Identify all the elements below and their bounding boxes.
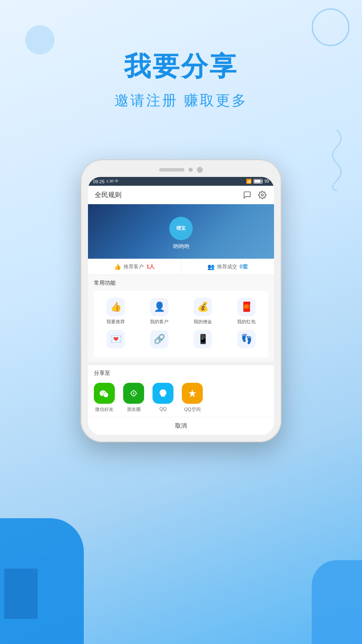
profile-banner: 哩宝 哟哟哟: [88, 204, 274, 259]
recommend-label: 我要推荐: [106, 319, 125, 325]
share-moments[interactable]: 朋友圈: [123, 383, 144, 413]
wechat-icon: [94, 383, 115, 404]
function-mail[interactable]: 💌: [99, 330, 132, 351]
share-wechat[interactable]: 微信好友: [94, 383, 115, 413]
phone-screen: 09:26 1.30 中 📶 99 全民规则: [88, 177, 274, 435]
stat-deal[interactable]: 👥 推荐成交 0套: [181, 259, 274, 275]
commission-label: 我的佣金: [194, 319, 212, 325]
qqzone-icon: [182, 383, 203, 404]
qr-icon: 📱: [194, 330, 212, 348]
commission-icon: 💰: [194, 298, 212, 316]
functions-section: 常用功能 👍 我要推荐 👤 我的客户 💰 我的佣金: [88, 275, 274, 362]
qqzone-label: QQ空间: [184, 406, 200, 413]
share-section: 分享至 微信好友: [88, 362, 274, 417]
battery-text: 99: [264, 179, 269, 184]
phone-mockup: 09:26 1.30 中 📶 99 全民规则: [80, 159, 282, 442]
avatar-text: 哩宝: [176, 226, 186, 231]
stat-recommend[interactable]: 👍 推荐客户 1人: [88, 259, 181, 275]
stat-recommend-value: 1人: [146, 263, 155, 270]
share-title: 分享至: [94, 369, 268, 377]
customers-label: 我的客户: [150, 319, 168, 325]
bg-blue-shape-right: [312, 560, 362, 644]
battery-fill: [254, 180, 261, 183]
function-customers[interactable]: 👤 我的客户: [142, 298, 176, 325]
bg-building: [4, 569, 38, 619]
settings-icon[interactable]: [257, 190, 267, 200]
qq-label: QQ: [159, 406, 166, 411]
phone-dot-1: [189, 168, 193, 172]
stat-deal-label: 推荐成交: [217, 263, 237, 270]
wechat-label: 微信好友: [95, 406, 114, 413]
wifi-icon: 📶: [246, 179, 252, 184]
battery-icon: [253, 179, 263, 184]
main-title: 我要分享: [0, 50, 362, 83]
functions-row-2: 💌 🔗 📱 👣: [94, 327, 268, 353]
svg-point-7: [161, 396, 163, 397]
sub-title: 邀请注册 赚取更多: [0, 91, 362, 110]
phone-speaker: [159, 168, 184, 171]
profile-avatar: 哩宝: [169, 217, 193, 240]
recommend-icon: 👍: [106, 298, 125, 316]
profile-name: 哟哟哟: [173, 243, 189, 250]
cancel-bar[interactable]: 取消: [88, 417, 274, 435]
thumbs-up-icon: 👍: [114, 263, 121, 270]
app-title: 全民规则: [95, 191, 122, 200]
stats-bar: 👍 推荐客户 1人 👥 推荐成交 0套: [88, 259, 274, 275]
functions-grid: 👍 我要推荐 👤 我的客户 💰 我的佣金 🧧: [94, 291, 268, 358]
share-qqzone[interactable]: QQ空间: [182, 383, 203, 413]
svg-point-2: [133, 392, 134, 394]
status-left: 09:26 1.30 中: [93, 179, 119, 184]
bg-blue-shape-left: [0, 518, 84, 644]
mail-icon: 💌: [106, 330, 125, 348]
more-icon: 👣: [237, 330, 256, 348]
chat-icon[interactable]: [242, 190, 252, 200]
function-commission[interactable]: 💰 我的佣金: [186, 298, 220, 325]
redpacket-label: 我的红包: [237, 319, 256, 325]
cancel-label: 取消: [175, 422, 187, 429]
group-icon: 👥: [207, 263, 215, 270]
phone-dot-2: [197, 167, 203, 173]
bg-circle-decoration: [312, 8, 349, 46]
moments-icon: [123, 383, 144, 404]
function-redpacket[interactable]: 🧧 我的红包: [230, 298, 263, 325]
phone-outer: 09:26 1.30 中 📶 99 全民规则: [80, 159, 282, 442]
app-header: 全民规则: [88, 186, 274, 204]
svg-point-8: [163, 396, 165, 397]
redpacket-icon: 🧧: [237, 298, 256, 316]
stat-deal-value: 0套: [240, 263, 248, 270]
function-recommend[interactable]: 👍 我要推荐: [99, 298, 132, 325]
share-icon: 🔗: [150, 330, 168, 348]
function-more[interactable]: 👣: [230, 330, 263, 351]
svg-point-0: [261, 194, 264, 196]
qq-icon: [153, 383, 173, 404]
battery-tip: [261, 180, 262, 182]
share-qq[interactable]: QQ: [153, 383, 173, 413]
header-section: 我要分享 邀请注册 赚取更多: [0, 50, 362, 110]
status-signal: 1.30 中: [106, 179, 119, 184]
stat-recommend-label: 推荐客户: [124, 263, 144, 270]
bg-squiggle: [320, 126, 354, 193]
svg-marker-9: [189, 390, 197, 397]
share-icons-row: 微信好友 朋友圈: [94, 381, 268, 414]
status-time: 09:26: [93, 179, 105, 184]
header-icons: [242, 190, 267, 200]
functions-title: 常用功能: [94, 279, 268, 287]
customers-icon: 👤: [150, 298, 168, 316]
moments-label: 朋友圈: [127, 406, 141, 413]
function-share[interactable]: 🔗: [142, 330, 176, 351]
functions-row-1: 👍 我要推荐 👤 我的客户 💰 我的佣金 🧧: [94, 295, 268, 327]
phone-notch: [88, 167, 274, 173]
function-qr[interactable]: 📱: [186, 330, 220, 351]
status-bar: 09:26 1.30 中 📶 99: [88, 177, 274, 186]
status-right: 📶 99: [246, 179, 269, 184]
